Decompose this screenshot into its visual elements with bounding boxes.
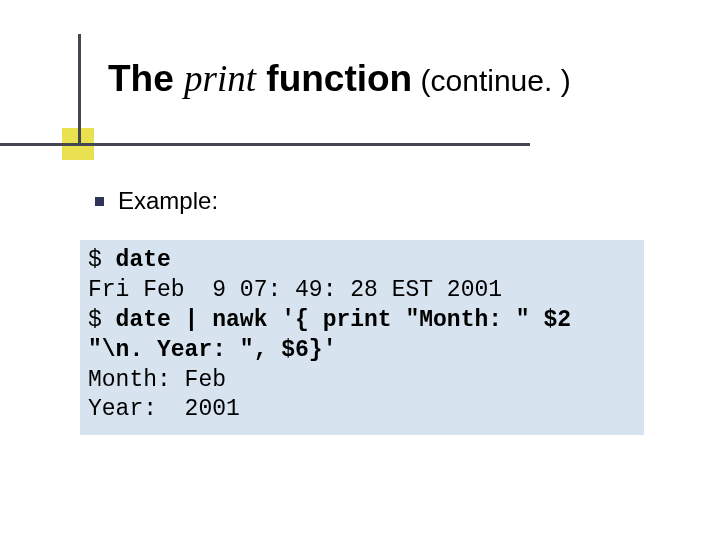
- code-cmd-2a: date | nawk '{ print "Month: " $2: [116, 307, 571, 333]
- vertical-rule: [78, 34, 81, 146]
- code-line-3: $ date | nawk '{ print "Month: " $2: [88, 306, 636, 336]
- slide-title: The print function (continue. ): [108, 60, 678, 99]
- title-part1: The: [108, 58, 184, 99]
- title-italic: print: [184, 58, 256, 99]
- code-cmd-1: date: [116, 247, 171, 273]
- slide: The print function (continue. ) Example:…: [0, 0, 720, 540]
- code-line-4: "\n. Year: ", $6}': [88, 336, 636, 366]
- code-line-1: $ date: [88, 246, 636, 276]
- code-block: $ date Fri Feb 9 07: 49: 28 EST 2001 $ d…: [80, 240, 644, 435]
- code-prompt-2: $: [88, 307, 116, 333]
- example-label: Example:: [118, 187, 218, 215]
- code-line-5: Month: Feb: [88, 366, 636, 396]
- code-line-6: Year: 2001: [88, 395, 636, 425]
- code-line-2: Fri Feb 9 07: 49: 28 EST 2001: [88, 276, 636, 306]
- code-prompt-1: $: [88, 247, 116, 273]
- bullet-icon: [95, 197, 104, 206]
- title-suffix: (continue. ): [412, 64, 570, 97]
- title-part2: function: [256, 58, 412, 99]
